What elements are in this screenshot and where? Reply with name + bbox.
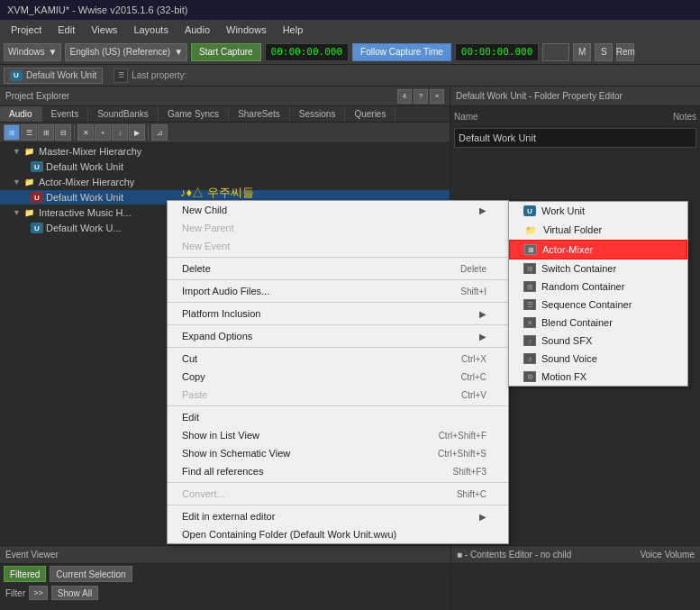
- ctx-delete[interactable]: Delete Delete: [168, 259, 508, 278]
- expand-arrow-3-icon: ▼: [13, 208, 22, 217]
- s-button[interactable]: S: [595, 43, 613, 61]
- last-property-area: ☰ Last property:: [114, 68, 186, 83]
- platform-arrow-icon: ▶: [479, 309, 486, 319]
- tree-item-default-work-unit-1[interactable]: U Default Work Unit: [0, 159, 450, 174]
- sub-item-random-container[interactable]: ⊞ Random Container: [509, 278, 687, 296]
- property-editor-header: Default Work Unit - Folder Property Edit…: [450, 86, 700, 106]
- u-unit-icon-3: U: [31, 223, 43, 233]
- tree-toolbar: ⊞ ☰ ⊞ ⊟ ✕ + ↓ ▶ ⊿: [0, 123, 450, 143]
- random-container-sub-icon: ⊞: [523, 281, 536, 292]
- rem-button[interactable]: Rem: [616, 43, 634, 61]
- play-icon[interactable]: ▶: [129, 124, 145, 141]
- main-toolbar: Windows ▼ English (US) (Reference) ▼ Sta…: [0, 40, 700, 65]
- project-explorer-header: Project Explorer 4 ? ×: [0, 86, 450, 106]
- expand-icon[interactable]: ⊞: [38, 124, 54, 141]
- motion-fx-sub-icon: ⚙: [523, 371, 536, 382]
- ctx-new-parent[interactable]: New Parent: [168, 219, 508, 237]
- tree-item-label: Default Work Unit: [46, 161, 123, 172]
- filter-arrows-button[interactable]: >>: [29, 586, 48, 600]
- tree-item-label: Master-Mixer Hierarchy: [39, 146, 141, 157]
- folder-icon-3: 📁: [22, 206, 36, 219]
- tree-item-actor-mixer[interactable]: ▼ 📁 Actor-Mixer Hierarchy: [0, 174, 450, 190]
- ctx-edit[interactable]: Edit: [168, 408, 508, 426]
- ctx-new-event[interactable]: New Event: [168, 237, 508, 255]
- tab-sharesets[interactable]: ShareSets: [229, 106, 290, 122]
- sound-sfx-sub-icon: ♪: [523, 335, 536, 346]
- context-menu: New Child ▶ U Work Unit 📁 Virtual Folder…: [167, 200, 509, 544]
- tree-item-label: Default Work Unit: [46, 192, 123, 203]
- current-selection-button[interactable]: Current Selection: [50, 566, 132, 582]
- panel-close-icon[interactable]: ×: [430, 89, 444, 104]
- start-capture-button[interactable]: Start Capture: [191, 43, 260, 61]
- sub-item-actor-mixer[interactable]: ⊞ Actor-Mixer: [509, 240, 687, 259]
- sub-item-motion-fx[interactable]: ⚙ Motion FX: [509, 368, 687, 386]
- tab-gamesyncs[interactable]: Game Syncs: [159, 106, 229, 122]
- list-view-icon[interactable]: ☰: [21, 124, 37, 141]
- tree-item-label: Default Work U...: [46, 223, 122, 233]
- notes-column-header: Notes: [673, 112, 696, 122]
- voice-volume-label: Voice Volume: [640, 550, 695, 560]
- grid-view-icon[interactable]: ⊞: [4, 124, 20, 141]
- import-icon[interactable]: ↓: [112, 124, 128, 141]
- ctx-show-schematic-view[interactable]: Show in Schematic View Ctrl+Shift+S: [168, 444, 508, 462]
- ctx-copy[interactable]: Copy Ctrl+C: [168, 368, 508, 386]
- language-dropdown[interactable]: English (US) (Reference) ▼: [65, 43, 187, 61]
- filter-icon[interactable]: ⊿: [151, 124, 168, 141]
- ctx-find-references[interactable]: Find all references Shift+F3: [168, 462, 508, 480]
- ctx-show-list-view[interactable]: Show in List View Ctrl+Shift+F: [168, 426, 508, 444]
- sub-item-blend-container[interactable]: ✕ Blend Container: [509, 314, 687, 332]
- show-all-button[interactable]: Show All: [51, 586, 98, 600]
- tree-item-master-mixer[interactable]: ▼ 📁 Master-Mixer Hierarchy: [0, 143, 450, 159]
- menu-views[interactable]: Views: [84, 23, 124, 37]
- new-child-submenu: U Work Unit 📁 Virtual Folder ⊞ Actor-Mix…: [508, 201, 688, 387]
- ctx-new-child[interactable]: New Child ▶ U Work Unit 📁 Virtual Folder…: [168, 201, 508, 219]
- add-icon[interactable]: +: [95, 124, 111, 141]
- virtual-folder-sub-icon: 📁: [523, 223, 538, 236]
- panel-help-icon[interactable]: ?: [414, 89, 428, 104]
- delete-icon[interactable]: ✕: [77, 124, 94, 141]
- tab-sessions[interactable]: Sessions: [290, 106, 346, 122]
- windows-dropdown[interactable]: Windows ▼: [4, 43, 61, 61]
- sub-item-sound-sfx[interactable]: ♪ Sound SFX: [509, 332, 687, 350]
- sub-item-switch-container[interactable]: ⊞ Switch Container: [509, 259, 687, 278]
- work-unit-selector[interactable]: U Default Work Unit: [4, 68, 103, 84]
- switch-container-sub-icon: ⊞: [523, 263, 536, 274]
- separator2: [148, 125, 149, 140]
- m-button[interactable]: M: [573, 43, 591, 61]
- tab-soundbanks[interactable]: SoundBanks: [88, 106, 159, 122]
- tab-audio[interactable]: Audio: [0, 106, 42, 122]
- ctx-platform-inclusion[interactable]: Platform Inclusion ▶: [168, 305, 508, 323]
- ctx-convert[interactable]: Convert... Shift+C: [168, 485, 508, 503]
- ctx-expand-options[interactable]: Expand Options ▶: [168, 327, 508, 345]
- ctx-separator-2: [168, 279, 508, 280]
- sub-item-virtual-folder[interactable]: 📁 Virtual Folder: [509, 220, 687, 240]
- menu-windows[interactable]: Windows: [219, 23, 274, 37]
- name-column-header: Name: [454, 112, 669, 122]
- menu-layouts[interactable]: Layouts: [126, 23, 176, 37]
- menu-audio[interactable]: Audio: [177, 23, 217, 37]
- filtered-button[interactable]: Filtered: [4, 566, 46, 582]
- ctx-edit-external[interactable]: Edit in external editor ▶: [168, 507, 508, 525]
- ctx-import-audio[interactable]: Import Audio Files... Shift+I: [168, 282, 508, 300]
- menu-help[interactable]: Help: [276, 23, 311, 37]
- name-input[interactable]: [454, 128, 696, 148]
- contents-editor-title: ■ - Contents Editor - no child: [457, 550, 571, 560]
- event-viewer-toolbar: Filtered Current Selection: [0, 564, 450, 584]
- sub-item-sequence-container[interactable]: ☰ Sequence Container: [509, 296, 687, 314]
- lang-dropdown-arrow-icon: ▼: [174, 47, 183, 57]
- menu-project[interactable]: Project: [4, 23, 49, 37]
- tab-events[interactable]: Events: [42, 106, 89, 122]
- folder-icon: 📁: [22, 145, 36, 158]
- collapse-icon[interactable]: ⊟: [55, 124, 71, 141]
- ctx-cut[interactable]: Cut Ctrl+X: [168, 350, 508, 368]
- follow-capture-button[interactable]: Follow Capture Time: [352, 43, 451, 61]
- sub-item-work-unit[interactable]: U Work Unit: [509, 202, 687, 220]
- ctx-separator-6: [168, 405, 508, 406]
- ctx-open-containing-folder[interactable]: Open Containing Folder (Default Work Uni…: [168, 525, 508, 543]
- sub-item-sound-voice[interactable]: ♬ Sound Voice: [509, 350, 687, 368]
- expand-arrow-icon: ▼: [13, 147, 22, 156]
- folder-icon-2: 📁: [22, 176, 36, 188]
- tab-queries[interactable]: Queries: [345, 106, 395, 122]
- menu-edit[interactable]: Edit: [50, 23, 82, 37]
- ctx-paste[interactable]: Paste Ctrl+V: [168, 386, 508, 404]
